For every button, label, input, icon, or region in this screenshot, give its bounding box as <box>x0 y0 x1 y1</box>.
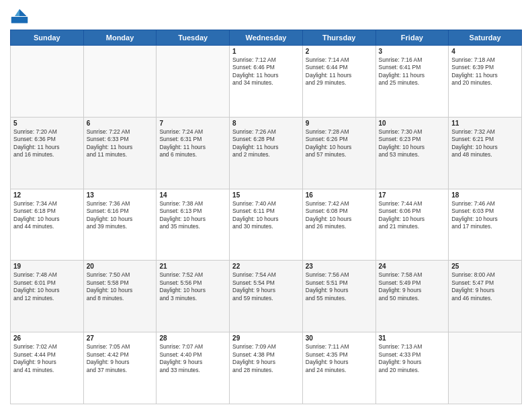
day-info: Sunrise: 7:24 AM Sunset: 6:31 PM Dayligh… <box>159 128 226 159</box>
calendar-cell: 23Sunrise: 7:56 AM Sunset: 5:51 PM Dayli… <box>302 261 375 332</box>
calendar-cell: 2Sunrise: 7:14 AM Sunset: 6:44 PM Daylig… <box>302 46 375 118</box>
day-number: 30 <box>306 334 373 342</box>
day-info: Sunrise: 7:42 AM Sunset: 6:08 PM Dayligh… <box>306 200 373 231</box>
calendar-cell: 21Sunrise: 7:52 AM Sunset: 5:56 PM Dayli… <box>157 261 230 332</box>
header <box>10 7 522 26</box>
weekday-header-friday: Friday <box>375 30 449 46</box>
calendar-cell: 16Sunrise: 7:42 AM Sunset: 6:08 PM Dayli… <box>302 189 375 261</box>
day-number: 5 <box>13 120 81 127</box>
calendar-cell: 10Sunrise: 7:30 AM Sunset: 6:23 PM Dayli… <box>375 117 449 189</box>
calendar-cell: 18Sunrise: 7:46 AM Sunset: 6:03 PM Dayli… <box>449 189 522 261</box>
day-info: Sunrise: 7:07 AM Sunset: 4:40 PM Dayligh… <box>159 343 226 374</box>
day-number: 25 <box>451 263 519 270</box>
day-number: 26 <box>13 334 81 342</box>
calendar-cell <box>11 46 84 118</box>
weekday-header-wednesday: Wednesday <box>230 30 303 46</box>
day-info: Sunrise: 7:13 AM Sunset: 4:33 PM Dayligh… <box>379 343 446 374</box>
day-number: 12 <box>13 191 81 199</box>
day-info: Sunrise: 7:32 AM Sunset: 6:21 PM Dayligh… <box>451 128 519 159</box>
calendar-cell: 3Sunrise: 7:16 AM Sunset: 6:41 PM Daylig… <box>375 46 449 118</box>
day-number: 19 <box>13 263 81 270</box>
weekday-header-sunday: Sunday <box>11 30 84 46</box>
calendar-cell: 17Sunrise: 7:44 AM Sunset: 6:06 PM Dayli… <box>375 189 449 261</box>
day-number: 4 <box>451 48 519 55</box>
calendar-cell: 13Sunrise: 7:36 AM Sunset: 6:16 PM Dayli… <box>83 189 157 261</box>
day-info: Sunrise: 7:40 AM Sunset: 6:11 PM Dayligh… <box>232 200 300 231</box>
logo <box>10 7 32 26</box>
day-number: 2 <box>306 48 373 55</box>
page: SundayMondayTuesdayWednesdayThursdayFrid… <box>0 0 532 411</box>
day-number: 3 <box>379 48 446 55</box>
calendar-cell: 12Sunrise: 7:34 AM Sunset: 6:18 PM Dayli… <box>11 189 84 261</box>
day-number: 23 <box>306 263 373 270</box>
day-info: Sunrise: 7:38 AM Sunset: 6:13 PM Dayligh… <box>159 200 226 231</box>
weekday-header-monday: Monday <box>83 30 157 46</box>
day-info: Sunrise: 7:58 AM Sunset: 5:49 PM Dayligh… <box>379 271 446 302</box>
calendar-table: SundayMondayTuesdayWednesdayThursdayFrid… <box>10 30 522 404</box>
logo-icon <box>10 7 29 26</box>
calendar-week-row-2: 5Sunrise: 7:20 AM Sunset: 6:36 PM Daylig… <box>11 117 522 189</box>
day-info: Sunrise: 7:52 AM Sunset: 5:56 PM Dayligh… <box>159 271 226 302</box>
calendar-cell: 14Sunrise: 7:38 AM Sunset: 6:13 PM Dayli… <box>157 189 230 261</box>
day-info: Sunrise: 7:44 AM Sunset: 6:06 PM Dayligh… <box>379 200 446 231</box>
day-info: Sunrise: 7:02 AM Sunset: 4:44 PM Dayligh… <box>13 343 81 374</box>
calendar-cell: 19Sunrise: 7:48 AM Sunset: 6:01 PM Dayli… <box>11 261 84 332</box>
day-info: Sunrise: 7:48 AM Sunset: 6:01 PM Dayligh… <box>13 271 81 302</box>
day-number: 10 <box>379 120 446 127</box>
day-info: Sunrise: 7:20 AM Sunset: 6:36 PM Dayligh… <box>13 128 81 159</box>
weekday-header-tuesday: Tuesday <box>157 30 230 46</box>
day-number: 15 <box>232 191 300 199</box>
day-number: 31 <box>379 334 446 342</box>
calendar-cell <box>157 46 230 118</box>
calendar-cell: 25Sunrise: 8:00 AM Sunset: 5:47 PM Dayli… <box>449 261 522 332</box>
day-info: Sunrise: 8:00 AM Sunset: 5:47 PM Dayligh… <box>451 271 519 302</box>
day-number: 14 <box>159 191 226 199</box>
calendar-cell: 20Sunrise: 7:50 AM Sunset: 5:58 PM Dayli… <box>83 261 157 332</box>
day-number: 17 <box>379 191 446 199</box>
calendar-cell: 27Sunrise: 7:05 AM Sunset: 4:42 PM Dayli… <box>83 332 157 404</box>
day-info: Sunrise: 7:11 AM Sunset: 4:35 PM Dayligh… <box>306 343 373 374</box>
day-info: Sunrise: 7:54 AM Sunset: 5:54 PM Dayligh… <box>232 271 300 302</box>
calendar-cell <box>449 332 522 404</box>
calendar-cell: 1Sunrise: 7:12 AM Sunset: 6:46 PM Daylig… <box>230 46 303 118</box>
day-number: 16 <box>306 191 373 199</box>
day-number: 27 <box>87 334 154 342</box>
calendar-week-row-3: 12Sunrise: 7:34 AM Sunset: 6:18 PM Dayli… <box>11 189 522 261</box>
day-number: 22 <box>232 263 300 270</box>
calendar-week-row-1: 1Sunrise: 7:12 AM Sunset: 6:46 PM Daylig… <box>11 46 522 118</box>
day-info: Sunrise: 7:34 AM Sunset: 6:18 PM Dayligh… <box>13 200 81 231</box>
day-number: 13 <box>87 191 154 199</box>
day-number: 7 <box>159 120 226 127</box>
day-info: Sunrise: 7:46 AM Sunset: 6:03 PM Dayligh… <box>451 200 519 231</box>
weekday-header-saturday: Saturday <box>449 30 522 46</box>
calendar-cell: 31Sunrise: 7:13 AM Sunset: 4:33 PM Dayli… <box>375 332 449 404</box>
calendar-cell: 24Sunrise: 7:58 AM Sunset: 5:49 PM Dayli… <box>375 261 449 332</box>
day-info: Sunrise: 7:09 AM Sunset: 4:38 PM Dayligh… <box>232 343 300 374</box>
day-info: Sunrise: 7:50 AM Sunset: 5:58 PM Dayligh… <box>87 271 154 302</box>
day-number: 29 <box>232 334 300 342</box>
calendar-cell: 30Sunrise: 7:11 AM Sunset: 4:35 PM Dayli… <box>302 332 375 404</box>
calendar-cell: 6Sunrise: 7:22 AM Sunset: 6:33 PM Daylig… <box>83 117 157 189</box>
weekday-header-thursday: Thursday <box>302 30 375 46</box>
day-info: Sunrise: 7:28 AM Sunset: 6:26 PM Dayligh… <box>306 128 373 159</box>
calendar-cell <box>83 46 157 118</box>
day-info: Sunrise: 7:36 AM Sunset: 6:16 PM Dayligh… <box>87 200 154 231</box>
day-number: 1 <box>232 48 300 55</box>
day-info: Sunrise: 7:26 AM Sunset: 6:28 PM Dayligh… <box>232 128 300 159</box>
day-info: Sunrise: 7:14 AM Sunset: 6:44 PM Dayligh… <box>306 56 373 87</box>
calendar-cell: 5Sunrise: 7:20 AM Sunset: 6:36 PM Daylig… <box>11 117 84 189</box>
day-number: 28 <box>159 334 226 342</box>
calendar-week-row-4: 19Sunrise: 7:48 AM Sunset: 6:01 PM Dayli… <box>11 261 522 332</box>
calendar-cell: 28Sunrise: 7:07 AM Sunset: 4:40 PM Dayli… <box>157 332 230 404</box>
calendar-cell: 22Sunrise: 7:54 AM Sunset: 5:54 PM Dayli… <box>230 261 303 332</box>
calendar-cell: 7Sunrise: 7:24 AM Sunset: 6:31 PM Daylig… <box>157 117 230 189</box>
day-number: 6 <box>87 120 154 127</box>
calendar-week-row-5: 26Sunrise: 7:02 AM Sunset: 4:44 PM Dayli… <box>11 332 522 404</box>
day-number: 8 <box>232 120 300 127</box>
day-number: 9 <box>306 120 373 127</box>
day-info: Sunrise: 7:56 AM Sunset: 5:51 PM Dayligh… <box>306 271 373 302</box>
day-number: 18 <box>451 191 519 199</box>
calendar-cell: 29Sunrise: 7:09 AM Sunset: 4:38 PM Dayli… <box>230 332 303 404</box>
calendar-cell: 8Sunrise: 7:26 AM Sunset: 6:28 PM Daylig… <box>230 117 303 189</box>
day-number: 21 <box>159 263 226 270</box>
